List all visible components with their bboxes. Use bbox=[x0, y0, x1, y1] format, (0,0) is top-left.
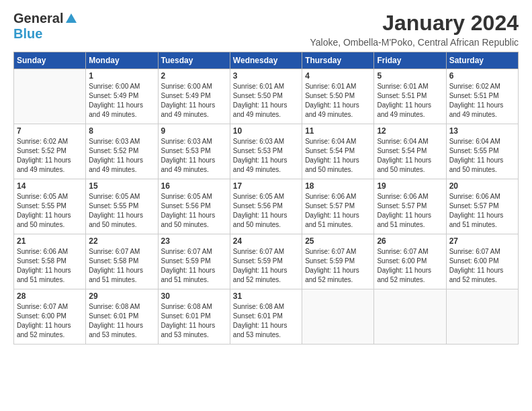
day-number: 27 bbox=[449, 236, 515, 246]
day-number: 28 bbox=[17, 291, 83, 301]
day-info: Sunrise: 6:03 AM Sunset: 5:53 PM Dayligh… bbox=[161, 137, 227, 175]
day-number: 21 bbox=[17, 236, 83, 246]
calendar-cell: 17Sunrise: 6:05 AM Sunset: 5:56 PM Dayli… bbox=[230, 179, 302, 234]
day-of-week-header: Wednesday bbox=[230, 52, 302, 69]
day-number: 3 bbox=[233, 71, 299, 81]
week-row: 7Sunrise: 6:02 AM Sunset: 5:52 PM Daylig… bbox=[14, 124, 519, 179]
day-number: 12 bbox=[377, 126, 443, 136]
day-info: Sunrise: 6:00 AM Sunset: 5:49 PM Dayligh… bbox=[161, 82, 227, 120]
calendar-cell: 23Sunrise: 6:07 AM Sunset: 5:59 PM Dayli… bbox=[158, 234, 230, 289]
day-info: Sunrise: 6:08 AM Sunset: 6:01 PM Dayligh… bbox=[233, 302, 299, 340]
calendar-cell: 24Sunrise: 6:07 AM Sunset: 5:59 PM Dayli… bbox=[230, 234, 302, 289]
calendar-page: General Blue January 2024 Yaloke, Ombell… bbox=[0, 0, 532, 351]
day-number: 25 bbox=[305, 236, 371, 246]
day-number: 4 bbox=[305, 71, 371, 81]
calendar-cell bbox=[446, 289, 518, 345]
day-info: Sunrise: 6:02 AM Sunset: 5:51 PM Dayligh… bbox=[449, 82, 515, 120]
day-info: Sunrise: 6:05 AM Sunset: 5:55 PM Dayligh… bbox=[89, 192, 154, 230]
day-number: 9 bbox=[161, 126, 227, 136]
day-of-week-header: Saturday bbox=[446, 52, 518, 69]
day-number: 14 bbox=[17, 181, 83, 191]
day-info: Sunrise: 6:05 AM Sunset: 5:55 PM Dayligh… bbox=[17, 192, 83, 230]
day-number: 10 bbox=[233, 126, 299, 136]
week-row: 1Sunrise: 6:00 AM Sunset: 5:49 PM Daylig… bbox=[14, 69, 519, 124]
day-number: 30 bbox=[161, 291, 227, 301]
week-row: 14Sunrise: 6:05 AM Sunset: 5:55 PM Dayli… bbox=[14, 179, 519, 234]
day-number: 1 bbox=[89, 71, 154, 81]
day-info: Sunrise: 6:00 AM Sunset: 5:49 PM Dayligh… bbox=[89, 82, 154, 120]
calendar-cell: 7Sunrise: 6:02 AM Sunset: 5:52 PM Daylig… bbox=[14, 124, 86, 179]
day-number: 22 bbox=[89, 236, 154, 246]
calendar-cell: 28Sunrise: 6:07 AM Sunset: 6:00 PM Dayli… bbox=[14, 289, 86, 345]
day-number: 18 bbox=[305, 181, 371, 191]
day-info: Sunrise: 6:08 AM Sunset: 6:01 PM Dayligh… bbox=[161, 302, 227, 340]
calendar-cell: 13Sunrise: 6:04 AM Sunset: 5:55 PM Dayli… bbox=[446, 124, 518, 179]
calendar-cell: 5Sunrise: 6:01 AM Sunset: 5:51 PM Daylig… bbox=[374, 69, 446, 124]
day-number: 5 bbox=[377, 71, 443, 81]
day-info: Sunrise: 6:06 AM Sunset: 5:57 PM Dayligh… bbox=[377, 192, 443, 230]
calendar-cell: 11Sunrise: 6:04 AM Sunset: 5:54 PM Dayli… bbox=[302, 124, 374, 179]
title-area: January 2024 Yaloke, Ombella-M'Poko, Cen… bbox=[310, 11, 519, 48]
day-number: 26 bbox=[377, 236, 443, 246]
day-info: Sunrise: 6:07 AM Sunset: 5:59 PM Dayligh… bbox=[233, 247, 299, 285]
day-info: Sunrise: 6:03 AM Sunset: 5:52 PM Dayligh… bbox=[89, 137, 154, 175]
calendar-cell: 27Sunrise: 6:07 AM Sunset: 6:00 PM Dayli… bbox=[446, 234, 518, 289]
calendar-cell: 30Sunrise: 6:08 AM Sunset: 6:01 PM Dayli… bbox=[158, 289, 230, 345]
day-info: Sunrise: 6:07 AM Sunset: 6:00 PM Dayligh… bbox=[449, 247, 515, 285]
day-number: 29 bbox=[89, 291, 154, 301]
day-info: Sunrise: 6:08 AM Sunset: 6:01 PM Dayligh… bbox=[89, 302, 154, 340]
calendar-cell: 8Sunrise: 6:03 AM Sunset: 5:52 PM Daylig… bbox=[86, 124, 158, 179]
day-number: 31 bbox=[233, 291, 299, 301]
day-info: Sunrise: 6:02 AM Sunset: 5:52 PM Dayligh… bbox=[17, 137, 83, 175]
day-info: Sunrise: 6:07 AM Sunset: 6:00 PM Dayligh… bbox=[17, 302, 83, 340]
logo-general-text: General bbox=[13, 11, 63, 26]
day-info: Sunrise: 6:01 AM Sunset: 5:50 PM Dayligh… bbox=[305, 82, 371, 120]
calendar-cell: 3Sunrise: 6:01 AM Sunset: 5:50 PM Daylig… bbox=[230, 69, 302, 124]
day-info: Sunrise: 6:01 AM Sunset: 5:51 PM Dayligh… bbox=[377, 82, 443, 120]
day-info: Sunrise: 6:06 AM Sunset: 5:57 PM Dayligh… bbox=[449, 192, 515, 230]
day-number: 6 bbox=[449, 71, 515, 81]
calendar-cell: 1Sunrise: 6:00 AM Sunset: 5:49 PM Daylig… bbox=[86, 69, 158, 124]
calendar-cell bbox=[374, 289, 446, 345]
calendar-table: SundayMondayTuesdayWednesdayThursdayFrid… bbox=[13, 52, 519, 345]
day-info: Sunrise: 6:07 AM Sunset: 6:00 PM Dayligh… bbox=[377, 247, 443, 285]
day-number: 2 bbox=[161, 71, 227, 81]
day-number: 20 bbox=[449, 181, 515, 191]
day-number: 7 bbox=[17, 126, 83, 136]
day-info: Sunrise: 6:06 AM Sunset: 5:58 PM Dayligh… bbox=[17, 247, 83, 285]
calendar-cell: 12Sunrise: 6:04 AM Sunset: 5:54 PM Dayli… bbox=[374, 124, 446, 179]
day-number: 16 bbox=[161, 181, 227, 191]
calendar-cell: 25Sunrise: 6:07 AM Sunset: 5:59 PM Dayli… bbox=[302, 234, 374, 289]
day-of-week-header: Sunday bbox=[14, 52, 86, 69]
calendar-cell: 6Sunrise: 6:02 AM Sunset: 5:51 PM Daylig… bbox=[446, 69, 518, 124]
day-info: Sunrise: 6:05 AM Sunset: 5:56 PM Dayligh… bbox=[161, 192, 227, 230]
day-info: Sunrise: 6:07 AM Sunset: 5:58 PM Dayligh… bbox=[89, 247, 154, 285]
day-info: Sunrise: 6:04 AM Sunset: 5:54 PM Dayligh… bbox=[305, 137, 371, 175]
day-number: 11 bbox=[305, 126, 371, 136]
day-info: Sunrise: 6:01 AM Sunset: 5:50 PM Dayligh… bbox=[233, 82, 299, 120]
calendar-cell: 31Sunrise: 6:08 AM Sunset: 6:01 PM Dayli… bbox=[230, 289, 302, 345]
calendar-cell: 22Sunrise: 6:07 AM Sunset: 5:58 PM Dayli… bbox=[86, 234, 158, 289]
header-row: SundayMondayTuesdayWednesdayThursdayFrid… bbox=[14, 52, 519, 69]
calendar-cell: 10Sunrise: 6:03 AM Sunset: 5:53 PM Dayli… bbox=[230, 124, 302, 179]
calendar-cell: 29Sunrise: 6:08 AM Sunset: 6:01 PM Dayli… bbox=[86, 289, 158, 345]
calendar-cell: 20Sunrise: 6:06 AM Sunset: 5:57 PM Dayli… bbox=[446, 179, 518, 234]
logo: General Blue bbox=[13, 11, 78, 42]
day-of-week-header: Monday bbox=[86, 52, 158, 69]
calendar-cell bbox=[302, 289, 374, 345]
day-of-week-header: Tuesday bbox=[158, 52, 230, 69]
day-number: 15 bbox=[89, 181, 154, 191]
header: General Blue January 2024 Yaloke, Ombell… bbox=[13, 11, 519, 48]
day-number: 23 bbox=[161, 236, 227, 246]
week-row: 28Sunrise: 6:07 AM Sunset: 6:00 PM Dayli… bbox=[14, 289, 519, 345]
day-info: Sunrise: 6:04 AM Sunset: 5:54 PM Dayligh… bbox=[377, 137, 443, 175]
day-info: Sunrise: 6:07 AM Sunset: 5:59 PM Dayligh… bbox=[305, 247, 371, 285]
calendar-cell: 15Sunrise: 6:05 AM Sunset: 5:55 PM Dayli… bbox=[86, 179, 158, 234]
calendar-subtitle: Yaloke, Ombella-M'Poko, Central African … bbox=[310, 37, 519, 48]
day-info: Sunrise: 6:03 AM Sunset: 5:53 PM Dayligh… bbox=[233, 137, 299, 175]
day-info: Sunrise: 6:07 AM Sunset: 5:59 PM Dayligh… bbox=[161, 247, 227, 285]
calendar-cell bbox=[14, 69, 86, 124]
calendar-cell: 19Sunrise: 6:06 AM Sunset: 5:57 PM Dayli… bbox=[374, 179, 446, 234]
calendar-cell: 9Sunrise: 6:03 AM Sunset: 5:53 PM Daylig… bbox=[158, 124, 230, 179]
calendar-cell: 4Sunrise: 6:01 AM Sunset: 5:50 PM Daylig… bbox=[302, 69, 374, 124]
